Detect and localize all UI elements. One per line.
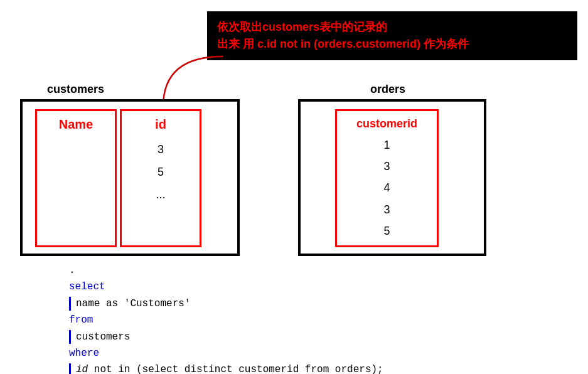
sql-customers-value: customers [76, 329, 130, 345]
annotation-line2: 出来 用 c.id not in (orders.customerid) 作为条… [217, 36, 567, 53]
id-column: id 3 5 ... [120, 109, 201, 247]
orders-table: customerid 1 3 4 3 5 [298, 99, 486, 256]
annotation-box: 依次取出customers表中的记录的 出来 用 c.id not in (or… [207, 11, 577, 60]
sql-name-line: name as 'Customers' [69, 296, 383, 312]
customers-table-label: customers [47, 83, 104, 96]
customerid-value-5: 5 [337, 220, 437, 242]
customerid-value-3a: 3 [337, 156, 437, 177]
annotation-line1: 依次取出customers表中的记录的 [217, 19, 567, 36]
id-column-values: 3 5 ... [122, 138, 200, 206]
customerid-value-4: 4 [337, 177, 437, 198]
customerid-value-1: 1 [337, 134, 437, 156]
sql-select-line: select [69, 279, 383, 295]
customerid-value-3b: 3 [337, 199, 437, 220]
id-value-ellipsis: ... [122, 183, 200, 206]
id-column-header: id [122, 111, 200, 132]
sql-name-value: name as 'Customers' [76, 296, 190, 312]
sql-bar-1 [69, 297, 71, 311]
sql-from-keyword: from [69, 314, 93, 326]
sql-id-line: id not in (select distinct customerid fr… [69, 361, 383, 374]
sql-bar-3 [69, 363, 71, 374]
sql-code-area: . select name as 'Customers' from custom… [69, 262, 383, 374]
sql-select-keyword: select [69, 281, 105, 292]
orders-table-label: orders [370, 83, 405, 96]
sql-dot-line: . [69, 262, 383, 279]
sql-where-line: where [69, 345, 383, 361]
customerid-column: customerid 1 3 4 3 5 [335, 109, 439, 247]
sql-customers-line: customers [69, 329, 383, 345]
sql-id-value: id not in (select distinct customerid fr… [76, 361, 383, 374]
name-column-header: Name [37, 111, 115, 132]
sql-from-line: from [69, 312, 383, 328]
sql-where-keyword: where [69, 348, 99, 359]
customers-table: Name id 3 5 ... [20, 99, 240, 256]
customerid-column-header: customerid [337, 111, 437, 131]
id-value-5: 5 [122, 161, 200, 183]
sql-bar-2 [69, 330, 71, 344]
id-value-3: 3 [122, 138, 200, 161]
customerid-column-values: 1 3 4 3 5 [337, 134, 437, 242]
name-column: Name [35, 109, 117, 247]
